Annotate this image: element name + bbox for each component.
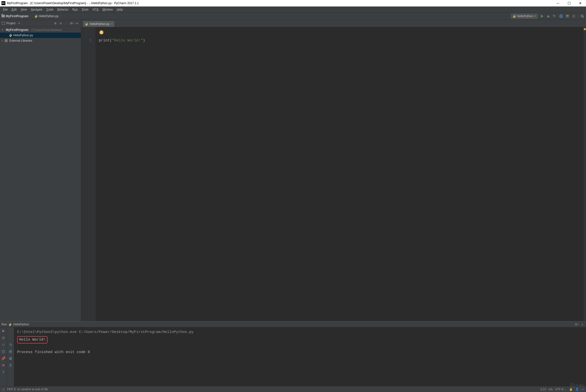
menu-run[interactable]: Run	[70, 7, 80, 12]
caret	[145, 38, 145, 42]
close-button[interactable]: ✕	[575, 0, 586, 6]
python-file-icon	[34, 14, 38, 18]
minimize-button[interactable]: ─	[552, 0, 564, 6]
stop-button[interactable]	[572, 14, 576, 18]
run-button[interactable]	[540, 14, 544, 18]
svg-point-9	[581, 15, 583, 17]
svg-rect-6	[566, 16, 569, 16]
gear-icon[interactable]: ⚙▾	[70, 21, 74, 25]
menu-file[interactable]: File	[1, 7, 10, 12]
code-line: print("Hello World!")	[99, 38, 580, 43]
svg-rect-8	[572, 15, 575, 18]
intention-bulb-icon[interactable]	[100, 30, 103, 34]
scroll-to-end-button[interactable]	[8, 349, 13, 354]
project-tree[interactable]: ▼ MyFirstProgram C:\Users\Power\Desktop\…	[0, 27, 81, 44]
menubar: File Edit View Navigate Code Refactor Ru…	[0, 6, 586, 12]
project-sidebar: Project ▼ ⊕ ≑ | ⚙▾ ⤆ ▼ MyFirstProgram C:…	[0, 20, 81, 321]
watermark-text: 亿速云	[576, 384, 584, 388]
breadcrumb: MyFirstProgram 〉 HelloPython.py 〉	[2, 14, 511, 18]
pin-button[interactable]: 📌	[1, 356, 6, 361]
up-button[interactable]: ↑	[8, 329, 13, 333]
breadcrumb-file[interactable]: HelloPython.py	[39, 14, 58, 18]
events-icon[interactable]: ▢	[2, 388, 5, 391]
maximize-button[interactable]: ☐	[564, 0, 575, 6]
code-paren-close: )	[143, 38, 145, 43]
run-config-selector[interactable]: HelloPython ▼	[511, 14, 538, 18]
run-output[interactable]: C:\Intel\Python3\python.exe C:/Users/Pow…	[14, 327, 586, 386]
menu-tools[interactable]: Tools	[80, 7, 90, 12]
library-icon	[5, 39, 8, 42]
stop-button[interactable]	[1, 336, 6, 340]
output-result: Hello World!	[19, 338, 46, 342]
clear-button[interactable]	[8, 363, 13, 368]
collapse-all-icon[interactable]: ≑	[59, 21, 63, 25]
editor-tab[interactable]: HelloPython.py ×	[82, 20, 115, 27]
code-area[interactable]: print("Hello World!")	[96, 27, 584, 321]
svg-rect-12	[2, 344, 3, 346]
menu-vcs[interactable]: VCS	[90, 7, 100, 12]
code-fn: print	[99, 38, 110, 43]
gear-icon[interactable]: ⚙▾	[574, 322, 579, 326]
expand-arrow-icon[interactable]: ▼	[1, 29, 4, 31]
tree-root-name: MyFirstProgram	[6, 28, 28, 32]
soft-wrap-button[interactable]	[8, 342, 13, 347]
svg-rect-11	[2, 337, 5, 339]
tree-external-libs[interactable]: ▷ External Libraries	[0, 38, 81, 43]
code-string: "Hello World!"	[112, 38, 143, 43]
help-button[interactable]: ?	[1, 370, 6, 374]
status-encoding[interactable]: UTF-8 ⌄	[555, 388, 567, 391]
close-tab-icon[interactable]: ×	[111, 22, 113, 26]
close-button[interactable]: ✖	[1, 363, 6, 368]
marker-bar[interactable]	[584, 27, 586, 321]
hector-icon[interactable]: 👤	[575, 388, 579, 391]
code-paren-open: (	[110, 38, 112, 43]
warning-marker[interactable]	[584, 28, 586, 30]
scroll-to-source-icon[interactable]: ⊕	[54, 21, 57, 25]
svg-rect-19	[10, 357, 11, 358]
meter-icon[interactable]: ▭	[581, 388, 584, 391]
dump-threads-button[interactable]	[1, 349, 6, 354]
run-header-name: HelloPython	[13, 323, 29, 326]
debug-button[interactable]	[546, 14, 550, 18]
breadcrumb-project[interactable]: MyFirstProgram	[6, 14, 28, 18]
menu-view[interactable]: View	[18, 7, 29, 12]
project-panel-header: Project ▼ ⊕ ≑ | ⚙▾ ⤆	[0, 20, 81, 27]
menu-window[interactable]: Window	[100, 7, 115, 12]
app-icon: PC	[2, 1, 6, 5]
tree-root[interactable]: ▼ MyFirstProgram C:\Users\Power\Desktop\	[0, 27, 81, 32]
down-button[interactable]: ↓	[8, 336, 13, 340]
pause-button[interactable]	[1, 342, 6, 347]
menu-code[interactable]: Code	[44, 7, 55, 12]
project-panel-title[interactable]: Project	[6, 22, 16, 25]
project-view-icon	[2, 22, 5, 25]
tree-file[interactable]: HelloPython.py	[0, 32, 81, 38]
run-config-name: HelloPython	[517, 14, 533, 18]
editor-tab-label: HelloPython.py	[90, 22, 110, 26]
search-button[interactable]	[580, 14, 584, 18]
structure-button[interactable]	[565, 14, 570, 18]
browser-button[interactable]	[559, 14, 563, 18]
svg-rect-5	[566, 15, 569, 16]
rerun-button[interactable]	[1, 329, 6, 333]
menu-refactor[interactable]: Refactor	[55, 7, 70, 12]
status-position[interactable]: 2:13	[540, 388, 546, 391]
editor-gutter: 1	[81, 27, 96, 321]
print-button[interactable]	[8, 356, 13, 361]
folder-icon	[2, 15, 5, 18]
lock-icon[interactable]: 🔒	[569, 388, 573, 391]
expand-arrow-icon[interactable]: ▷	[1, 40, 4, 42]
menu-help[interactable]: Help	[115, 7, 125, 12]
menu-navigate[interactable]: Navigate	[29, 7, 44, 12]
run-header: Run HelloPython ⚙▾ ⤓	[0, 322, 586, 327]
hide-icon[interactable]: ⤆	[75, 21, 79, 25]
hide-icon[interactable]: ⤓	[580, 322, 584, 326]
editor-body[interactable]: 1 print("Hello World!")	[81, 27, 586, 321]
chevron-down-icon[interactable]: ▼	[18, 22, 20, 24]
watermark: 亿 亿速云	[570, 383, 584, 388]
coverage-button[interactable]	[552, 14, 557, 18]
watermark-logo-icon: 亿	[570, 383, 575, 388]
breadcrumb-sep: 〉	[30, 14, 33, 18]
output-command: C:\Intel\Python3\python.exe C:/Users/Pow…	[17, 329, 583, 335]
breadcrumb-sep-end: 〉	[60, 14, 63, 18]
menu-edit[interactable]: Edit	[10, 7, 18, 12]
